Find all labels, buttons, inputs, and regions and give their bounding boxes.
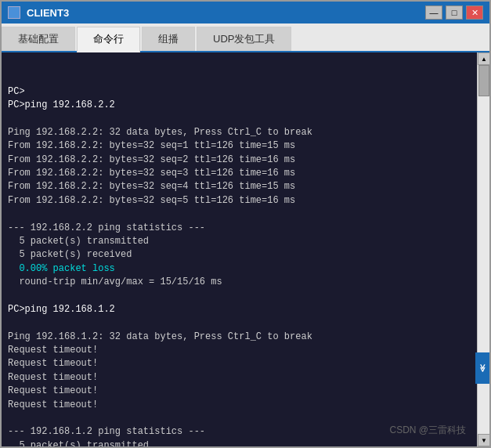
window-controls[interactable]: — □ ✕ xyxy=(425,5,483,20)
app-icon xyxy=(8,6,20,19)
scroll-down-button[interactable]: ▼ xyxy=(478,434,489,446)
side-panel-icon: ≫ xyxy=(478,364,487,372)
tab-bar: 基础配置 命令行 组播 UDP发包工具 xyxy=(2,23,489,52)
side-panel-button[interactable]: ≫ xyxy=(475,352,489,384)
maximize-button[interactable]: □ xyxy=(446,5,463,20)
main-window: CLIENT3 — □ ✕ 基础配置 命令行 组播 UDP发包工具 PC> PC… xyxy=(0,0,491,448)
tab-command-line[interactable]: 命令行 xyxy=(77,27,140,52)
terminal-output[interactable]: PC> PC>ping 192.168.2.2 Ping 192.168.2.2… xyxy=(2,52,477,446)
minimize-button[interactable]: — xyxy=(425,5,442,20)
scroll-thumb[interactable] xyxy=(478,65,489,96)
close-button[interactable]: ✕ xyxy=(466,5,483,20)
scroll-up-button[interactable]: ▲ xyxy=(478,52,489,65)
content-area: PC> PC>ping 192.168.2.2 Ping 192.168.2.2… xyxy=(2,52,489,446)
title-bar: CLIENT3 — □ ✕ xyxy=(2,2,489,23)
tab-basic-config[interactable]: 基础配置 xyxy=(2,27,75,51)
window-title: CLIENT3 xyxy=(27,7,69,19)
tab-udp-tool[interactable]: UDP发包工具 xyxy=(197,27,291,51)
tab-multicast[interactable]: 组播 xyxy=(142,27,195,51)
scrollbar[interactable]: ▲ ▼ xyxy=(477,52,489,446)
terminal-text: PC> PC>ping 192.168.2.2 Ping 192.168.2.2… xyxy=(8,85,471,446)
watermark-text: CSDN @三雷科技 xyxy=(389,424,466,437)
title-bar-left: CLIENT3 xyxy=(8,6,69,19)
